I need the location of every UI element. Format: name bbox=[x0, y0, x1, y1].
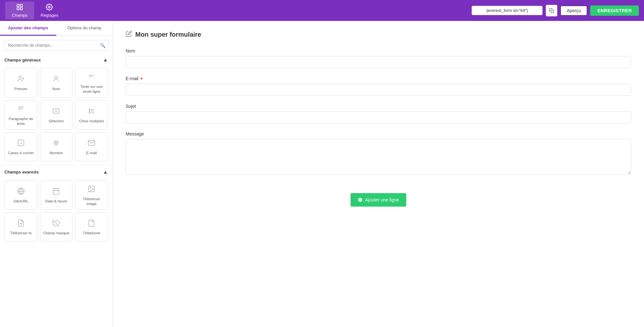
svg-point-20 bbox=[89, 112, 90, 113]
general-section-label: Champs généraux bbox=[5, 58, 41, 62]
add-row-label: Ajouter une ligne bbox=[365, 197, 399, 202]
email-field-icon bbox=[88, 139, 95, 149]
top-nav: Champs Réglages [everest_form id="64"] A… bbox=[0, 0, 644, 21]
email-field-label: E-mail bbox=[86, 151, 97, 155]
form-label-message: Message bbox=[126, 131, 631, 136]
svg-rect-2 bbox=[17, 7, 19, 9]
nav-right: [everest_form id="64"] Aperçu ENREGISTRE… bbox=[472, 5, 639, 16]
svg-line-25 bbox=[55, 140, 55, 146]
preview-button[interactable]: Aperçu bbox=[561, 6, 587, 15]
paragraphe-label: Paragraphe de texte bbox=[7, 117, 34, 126]
televerser-image-label: Téléverser image bbox=[78, 197, 105, 206]
nav-tab-reglages-label: Réglages bbox=[41, 13, 58, 18]
texte-ligne-label: Texte sur une seule ligne bbox=[78, 84, 105, 94]
nombre-icon bbox=[52, 139, 60, 149]
form-group-message: Message bbox=[126, 131, 631, 176]
plus-icon: ⊕ bbox=[358, 196, 362, 203]
svg-rect-5 bbox=[551, 10, 554, 13]
selection-label: Sélection bbox=[49, 119, 64, 124]
televerser-label: Téléverser le bbox=[10, 231, 32, 236]
label-text-sujet: Sujet bbox=[126, 104, 136, 109]
field-card-televerser-image[interactable]: Téléverser image bbox=[75, 180, 108, 210]
sidebar-tabs: Ajouter des champs Options du champ bbox=[0, 21, 112, 36]
svg-point-4 bbox=[49, 6, 51, 8]
field-card-site-url[interactable]: Site/URL bbox=[5, 180, 37, 210]
telephone-icon bbox=[88, 219, 95, 229]
svg-point-16 bbox=[89, 109, 90, 110]
form-label-email: E-mail ★ bbox=[126, 76, 631, 81]
field-card-paragraphe[interactable]: Paragraphe de texte bbox=[5, 100, 37, 130]
field-card-telephone[interactable]: Téléphone bbox=[75, 212, 108, 241]
form-textarea-message[interactable] bbox=[126, 139, 631, 174]
texte-ligne-icon bbox=[88, 73, 95, 82]
general-fields-grid: Prénom Nom Texte sur une seule ligne bbox=[0, 65, 112, 164]
label-text-email: E-mail bbox=[126, 76, 139, 81]
search-box: 🔍 bbox=[4, 40, 109, 51]
svg-rect-29 bbox=[53, 189, 59, 194]
shortcode-display: [everest_form id="64"] bbox=[472, 6, 543, 15]
field-card-champ-masque[interactable]: Champ masqué bbox=[40, 212, 73, 241]
label-text-message: Message bbox=[126, 131, 144, 136]
field-card-nombre[interactable]: Nombre bbox=[40, 132, 73, 161]
nav-tab-reglages[interactable]: Réglages bbox=[34, 2, 65, 19]
svg-rect-15 bbox=[53, 109, 59, 113]
televerser-image-icon bbox=[88, 185, 95, 195]
main-layout: Ajouter des champs Options du champ 🔍 Ch… bbox=[0, 21, 644, 327]
field-card-texte-ligne[interactable]: Texte sur une seule ligne bbox=[75, 68, 108, 98]
form-label-sujet: Sujet bbox=[126, 104, 631, 109]
field-card-selection[interactable]: Sélection bbox=[40, 100, 73, 130]
general-section-header: Champs généraux ▲ bbox=[0, 54, 112, 65]
advanced-section-label: Champs avancés bbox=[5, 170, 39, 174]
selection-icon bbox=[52, 107, 60, 117]
field-card-email[interactable]: E-mail bbox=[75, 132, 108, 161]
form-input-nom[interactable] bbox=[126, 56, 631, 68]
form-group-nom: Nom bbox=[126, 48, 631, 68]
field-card-date-heure[interactable]: Date & heure bbox=[40, 180, 73, 210]
copy-shortcode-button[interactable] bbox=[546, 5, 557, 16]
field-card-cases[interactable]: Cases à cocher bbox=[5, 132, 37, 161]
telephone-label: Téléphone bbox=[83, 231, 100, 236]
field-card-prenom[interactable]: Prénom bbox=[5, 68, 37, 98]
nav-tab-champs[interactable]: Champs bbox=[5, 2, 34, 19]
date-heure-icon bbox=[52, 187, 60, 197]
form-group-email: E-mail ★ bbox=[126, 76, 631, 96]
cases-icon bbox=[17, 139, 25, 149]
edit-icon bbox=[126, 31, 132, 39]
svg-point-6 bbox=[19, 76, 21, 79]
form-input-sujet[interactable] bbox=[126, 111, 631, 124]
form-title: Mon super formulaire bbox=[135, 31, 201, 38]
champs-icon bbox=[16, 4, 23, 12]
form-label-nom: Nom bbox=[126, 48, 631, 53]
divider bbox=[0, 165, 112, 165]
svg-point-9 bbox=[55, 76, 57, 79]
prenom-icon bbox=[17, 75, 25, 85]
champ-masque-icon bbox=[52, 219, 60, 229]
advanced-section-header: Champs avancés ▲ bbox=[0, 167, 112, 178]
prenom-label: Prénom bbox=[14, 87, 27, 91]
search-icon: 🔍 bbox=[100, 43, 105, 48]
svg-rect-0 bbox=[17, 4, 19, 6]
champ-masque-label: Champ masqué bbox=[43, 231, 69, 236]
field-card-nom[interactable]: Nom bbox=[40, 68, 73, 98]
svg-point-18 bbox=[89, 111, 90, 112]
field-card-televerser[interactable]: Téléverser le bbox=[5, 212, 37, 241]
form-group-sujet: Sujet bbox=[126, 104, 631, 124]
field-card-choix-multiples[interactable]: Choix multiples bbox=[75, 100, 108, 130]
tab-options-champ[interactable]: Options du champ bbox=[56, 21, 113, 36]
sidebar: Ajouter des champs Options du champ 🔍 Ch… bbox=[0, 21, 113, 327]
tab-ajouter-champs[interactable]: Ajouter des champs bbox=[0, 21, 56, 36]
advanced-fields-grid: Site/URL Date & heure Téléverser image bbox=[0, 178, 112, 244]
general-collapse-icon[interactable]: ▲ bbox=[103, 57, 108, 63]
search-input[interactable] bbox=[4, 40, 109, 51]
svg-rect-3 bbox=[20, 7, 22, 9]
nombre-label: Nombre bbox=[50, 151, 63, 155]
add-row-button[interactable]: ⊕ Ajouter une ligne bbox=[351, 193, 406, 207]
svg-line-26 bbox=[57, 140, 57, 146]
nom-label: Nom bbox=[52, 87, 60, 91]
form-title-row: Mon super formulaire bbox=[126, 31, 631, 39]
save-button[interactable]: ENREGISTRER bbox=[590, 5, 639, 16]
nav-tab-champs-label: Champs bbox=[12, 13, 27, 18]
advanced-collapse-icon[interactable]: ▲ bbox=[103, 169, 108, 175]
form-input-email[interactable] bbox=[126, 84, 631, 96]
televerser-icon bbox=[17, 219, 25, 229]
